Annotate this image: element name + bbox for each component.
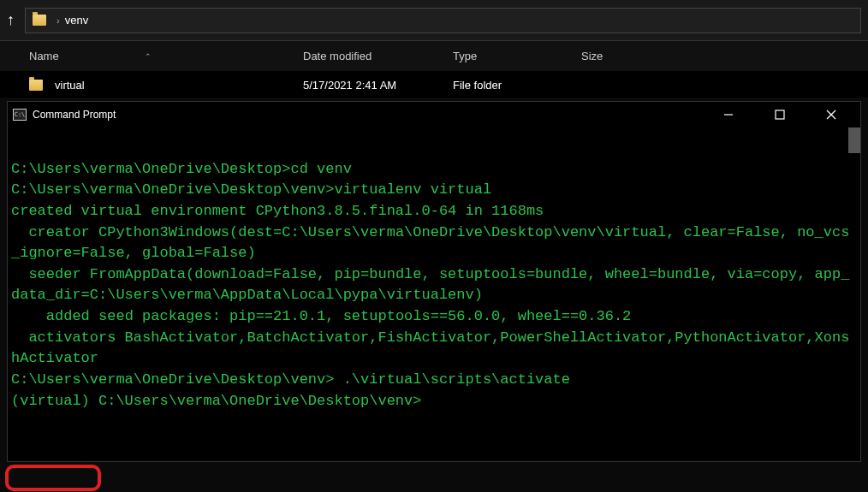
column-date[interactable]: Date modified: [303, 50, 453, 62]
terminal-line: activators BashActivator,BatchActivator,…: [11, 328, 857, 370]
column-type[interactable]: Type: [453, 50, 581, 62]
column-name[interactable]: Name ⌃: [29, 50, 303, 62]
breadcrumb[interactable]: › venv: [25, 8, 861, 33]
file-row[interactable]: virtual 5/17/2021 2:41 AM File folder: [0, 72, 868, 98]
breadcrumb-segment[interactable]: venv: [65, 14, 88, 27]
folder-icon: [33, 15, 46, 26]
file-name: virtual: [55, 79, 85, 92]
terminal-line: C:\Users\verma\OneDrive\Desktop\venv>vir…: [11, 180, 857, 201]
terminal-line: seeder FromAppData(download=False, pip=b…: [11, 264, 857, 306]
terminal-line: C:\Users\verma\OneDrive\Desktop\venv> .\…: [11, 370, 857, 391]
folder-icon: [29, 80, 43, 91]
close-icon: [826, 110, 836, 120]
terminal-line: created virtual environment CPython3.8.5…: [11, 201, 857, 222]
maximize-icon: [775, 110, 785, 120]
window-title: Command Prompt: [33, 109, 116, 121]
cmd-icon: C:\: [13, 109, 27, 121]
sort-caret-icon: ⌃: [145, 52, 152, 61]
up-arrow-icon[interactable]: ↑: [7, 11, 15, 29]
svg-rect-1: [776, 110, 784, 119]
minimize-button[interactable]: [711, 103, 746, 127]
red-annotation-box: [5, 465, 101, 491]
terminal-line: creator CPython3Windows(dest=C:\Users\ve…: [11, 222, 857, 264]
terminal-line: C:\Users\verma\OneDrive\Desktop>cd venv: [11, 159, 857, 181]
file-type: File folder: [453, 79, 581, 92]
terminal-line: added seed packages: pip==21.0.1, setupt…: [11, 306, 857, 328]
address-bar-row: ↑ › venv: [0, 0, 868, 41]
terminal-window: C:\ Command Prompt C:\Users\verma\OneDri…: [7, 101, 861, 462]
file-list-header: Name ⌃ Date modified Type Size: [0, 41, 868, 72]
chevron-right-icon: ›: [56, 15, 60, 26]
maximize-button[interactable]: [763, 103, 797, 127]
column-size[interactable]: Size: [581, 50, 710, 62]
minimize-icon: [723, 110, 734, 120]
close-button[interactable]: [814, 103, 848, 127]
titlebar[interactable]: C:\ Command Prompt: [8, 102, 860, 127]
column-name-label: Name: [29, 50, 59, 62]
terminal-body[interactable]: C:\Users\verma\OneDrive\Desktop>cd venvC…: [8, 127, 860, 461]
terminal-line: (virtual) C:\Users\verma\OneDrive\Deskto…: [11, 391, 857, 412]
file-date: 5/17/2021 2:41 AM: [303, 79, 453, 92]
